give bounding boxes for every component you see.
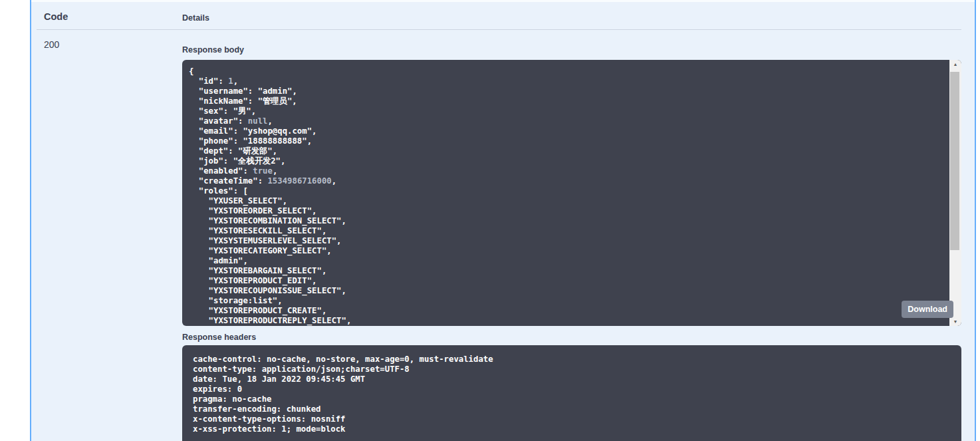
- response-body-json: { "id": 1, "username": "admin", "nickNam…: [182, 60, 949, 326]
- responses-code-column-header: Code: [44, 11, 68, 22]
- responses-details-column-header: Details: [182, 13, 209, 23]
- scroll-up-icon[interactable]: ▲: [949, 60, 961, 69]
- scroll-down-icon[interactable]: ▼: [949, 317, 961, 326]
- response-headers-label: Response headers: [182, 333, 256, 342]
- response-status-code: 200: [44, 39, 59, 50]
- download-button[interactable]: Download: [902, 301, 953, 318]
- scrollbar-thumb[interactable]: [950, 72, 959, 250]
- response-body-label: Response body: [182, 45, 244, 55]
- response-body-block: { "id": 1, "username": "admin", "nickNam…: [182, 60, 961, 326]
- swagger-responses-page: Code Details 200 Response body { "id": 1…: [0, 0, 980, 441]
- responses-table-divider: [37, 29, 961, 30]
- response-headers-block: cache-control: no-cache, no-store, max-a…: [182, 345, 961, 441]
- response-headers-text: cache-control: no-cache, no-store, max-a…: [182, 345, 961, 441]
- response-body-scrollbar[interactable]: ▲ ▼: [949, 60, 961, 326]
